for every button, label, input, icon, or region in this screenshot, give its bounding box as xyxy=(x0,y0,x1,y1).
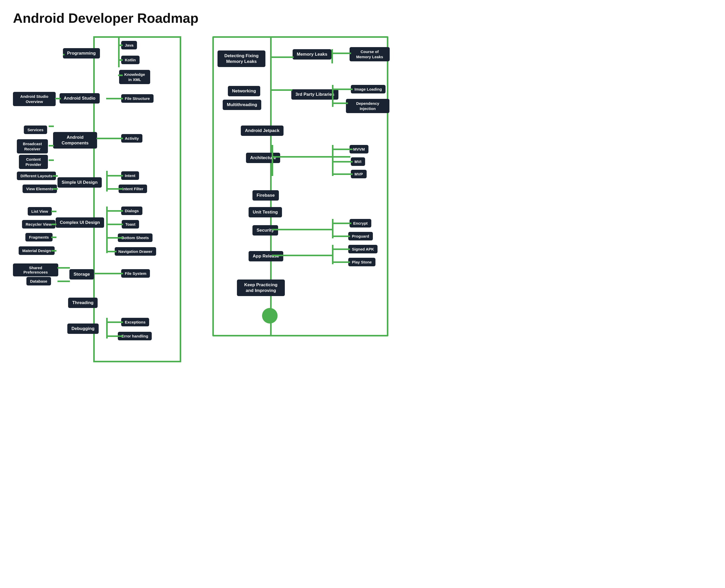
node-xml: Knowledge in XML xyxy=(119,70,150,84)
node-3rd-party: 3rd Party Libraries xyxy=(291,89,338,100)
node-keep-practicing: Keep Practicing and Improving xyxy=(237,279,285,296)
node-file-structure: File Structure xyxy=(121,94,153,103)
node-intent: Intent xyxy=(121,171,139,180)
node-security: Security xyxy=(252,225,278,235)
right-panel: Detecting Fixing Memory Leaks Memory Lea… xyxy=(212,36,388,362)
node-bottom-sheets: Bottom Sheets xyxy=(118,233,152,242)
node-course-memory-leaks: Course of Memory Leaks xyxy=(350,47,390,61)
node-unit-testing: Unit Testing xyxy=(249,207,282,217)
node-android-jetpack: Android Jetpack xyxy=(241,126,284,136)
node-mvp: MVP xyxy=(351,170,367,178)
node-exceptions: Exceptions xyxy=(121,318,149,327)
node-debugging: Debugging xyxy=(67,323,99,334)
node-detecting: Detecting Fixing Memory Leaks xyxy=(218,50,265,67)
node-kotlin: Kotlin xyxy=(121,56,140,64)
node-recycler-view: Recycler View xyxy=(22,220,56,229)
node-storage: Storage xyxy=(69,269,94,279)
node-dependency-injection: Dependency Injection xyxy=(346,99,389,113)
node-architecture: Architecture xyxy=(246,153,280,163)
node-activity: Activity xyxy=(121,134,142,143)
node-threading: Threading xyxy=(68,298,98,308)
node-toast: Toast xyxy=(122,220,139,229)
roadmap-container: Programming Java Kotlin Knowledge in XML… xyxy=(13,36,712,362)
node-simple-ui: Simple UI Design xyxy=(58,177,102,188)
node-java: Java xyxy=(121,41,137,49)
node-play-stone: Play Stone xyxy=(348,258,375,266)
left-panel: Programming Java Kotlin Knowledge in XML… xyxy=(13,36,189,362)
node-encrypt: Encrypt xyxy=(350,219,371,228)
node-services: Services xyxy=(24,126,47,134)
node-file-system: File System xyxy=(121,269,150,278)
node-android-studio: Android Studio xyxy=(60,93,100,104)
node-broadcast-receiver: Broadcast Receiver xyxy=(17,139,48,153)
node-android-studio-overview: Android Studio Overview xyxy=(13,92,56,106)
node-content-provider: Content Provider xyxy=(19,155,48,169)
end-circle xyxy=(262,308,277,323)
node-android-components: Android Components xyxy=(53,132,97,149)
node-material-design: Material Design xyxy=(19,246,55,255)
node-app-release: App Release xyxy=(249,251,283,261)
node-different-layouts: Different Layouts xyxy=(17,172,56,180)
node-programming: Programming xyxy=(63,48,100,59)
node-list-view: List View xyxy=(28,207,52,215)
page-title: Android Developer Roadmap xyxy=(13,10,712,26)
node-view-elements: View Elements xyxy=(22,185,57,193)
node-memory-leaks: Memory Leaks xyxy=(293,49,331,60)
node-shared-pref: Shared Preferencees xyxy=(13,264,58,276)
node-dialogs: Dialogs xyxy=(121,207,142,215)
node-mvi: MVI xyxy=(351,158,365,166)
node-firebase: Firebase xyxy=(252,190,279,201)
node-database: Database xyxy=(26,277,51,286)
node-signed-apk: Signed APK xyxy=(348,245,377,253)
node-fragments: Fragments xyxy=(25,233,53,241)
node-complex-ui: Complex UI Design xyxy=(56,217,104,228)
node-multithreading: Multithreading xyxy=(223,100,261,110)
node-image-loading: Image Loading xyxy=(351,85,386,93)
node-networking: Networking xyxy=(228,86,260,96)
node-proguard: Proguard xyxy=(348,232,373,240)
node-navigation-drawer: Navigation Drawer xyxy=(115,247,156,256)
